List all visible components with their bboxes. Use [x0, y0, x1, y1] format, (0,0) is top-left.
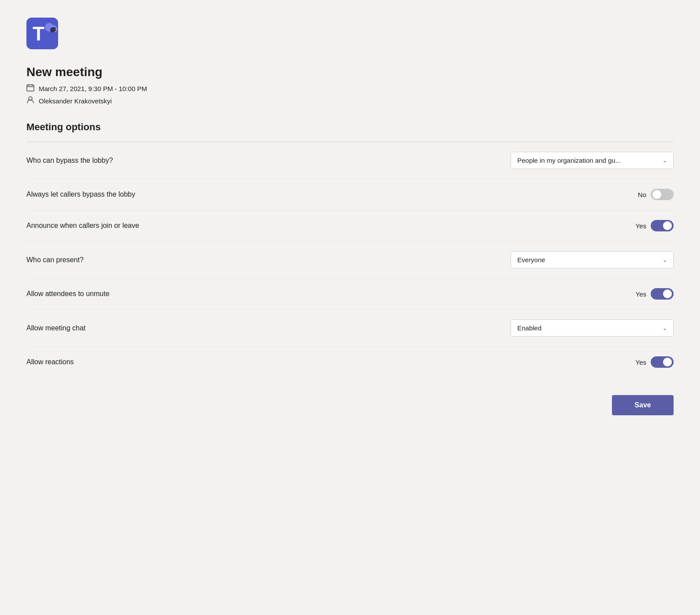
allow-unmute-toggle[interactable] — [651, 288, 674, 300]
toggle-knob — [652, 190, 661, 199]
option-label-announce-callers: Announce when callers join or leave — [26, 222, 139, 230]
option-control-callers-bypass: No — [506, 189, 674, 200]
meeting-chat-dropdown[interactable]: Enabled ⌄ — [511, 319, 674, 337]
toggle-knob — [663, 221, 672, 230]
svg-rect-6 — [27, 85, 34, 91]
meeting-title: New meeting — [26, 65, 674, 79]
allow-unmute-toggle-wrapper: Yes — [636, 288, 674, 300]
option-label-callers-bypass: Always let callers bypass the lobby — [26, 190, 135, 198]
option-control-allow-unmute: Yes — [506, 288, 674, 300]
option-control-announce-callers: Yes — [506, 220, 674, 231]
bypass-lobby-dropdown[interactable]: People in my organization and gu... ⌄ — [511, 152, 674, 169]
person-icon — [26, 96, 34, 106]
option-control-who-can-present: Everyone ⌄ — [506, 251, 674, 268]
meeting-chat-value: Enabled — [517, 324, 659, 332]
callers-bypass-toggle-wrapper: No — [638, 189, 674, 200]
chevron-down-icon: ⌄ — [663, 325, 667, 331]
option-row-allow-unmute: Allow attendees to unmute Yes — [26, 278, 674, 310]
allow-reactions-toggle-label: Yes — [636, 359, 646, 366]
meeting-organizer: Oleksander Krakovetskyi — [39, 97, 112, 105]
callers-bypass-toggle-label: No — [638, 191, 646, 198]
svg-point-5 — [50, 27, 55, 33]
allow-reactions-toggle-wrapper: Yes — [636, 356, 674, 368]
meeting-datetime: March 27, 2021, 9:30 PM - 10:00 PM — [39, 85, 147, 92]
who-can-present-dropdown[interactable]: Everyone ⌄ — [511, 251, 674, 268]
meeting-options-title: Meeting options — [26, 121, 674, 133]
options-list: Who can bypass the lobby? People in my o… — [26, 142, 674, 377]
option-row-announce-callers: Announce when callers join or leave Yes — [26, 210, 674, 242]
option-control-allow-reactions: Yes — [506, 356, 674, 368]
announce-callers-toggle[interactable] — [651, 220, 674, 231]
save-button[interactable]: Save — [612, 395, 674, 415]
option-row-callers-bypass: Always let callers bypass the lobby No — [26, 179, 674, 210]
bypass-lobby-value: People in my organization and gu... — [517, 157, 659, 164]
option-row-meeting-chat: Allow meeting chat Enabled ⌄ — [26, 310, 674, 347]
allow-unmute-toggle-label: Yes — [636, 290, 646, 298]
callers-bypass-toggle[interactable] — [651, 189, 674, 200]
svg-text:T: T — [33, 23, 44, 44]
announce-callers-toggle-label: Yes — [636, 222, 646, 230]
toggle-knob — [663, 358, 672, 366]
toggle-knob — [663, 289, 672, 298]
teams-logo: T — [26, 18, 674, 51]
allow-reactions-toggle[interactable] — [651, 356, 674, 368]
meeting-datetime-row: March 27, 2021, 9:30 PM - 10:00 PM — [26, 84, 674, 93]
announce-callers-toggle-wrapper: Yes — [636, 220, 674, 231]
option-label-meeting-chat: Allow meeting chat — [26, 324, 85, 332]
option-label-allow-unmute: Allow attendees to unmute — [26, 290, 110, 298]
chevron-down-icon: ⌄ — [663, 257, 667, 263]
chevron-down-icon: ⌄ — [663, 157, 667, 164]
option-control-bypass-lobby: People in my organization and gu... ⌄ — [506, 152, 674, 169]
option-row-bypass-lobby: Who can bypass the lobby? People in my o… — [26, 142, 674, 179]
option-control-meeting-chat: Enabled ⌄ — [506, 319, 674, 337]
meeting-organizer-row: Oleksander Krakovetskyi — [26, 96, 674, 106]
option-label-who-can-present: Who can present? — [26, 256, 84, 264]
who-can-present-value: Everyone — [517, 256, 659, 264]
page-footer: Save — [26, 377, 674, 433]
option-label-bypass-lobby: Who can bypass the lobby? — [26, 157, 113, 165]
option-row-who-can-present: Who can present? Everyone ⌄ — [26, 242, 674, 278]
calendar-icon — [26, 84, 34, 93]
meeting-meta: March 27, 2021, 9:30 PM - 10:00 PM Oleks… — [26, 84, 674, 106]
option-label-allow-reactions: Allow reactions — [26, 358, 74, 366]
option-row-allow-reactions: Allow reactions Yes — [26, 347, 674, 377]
